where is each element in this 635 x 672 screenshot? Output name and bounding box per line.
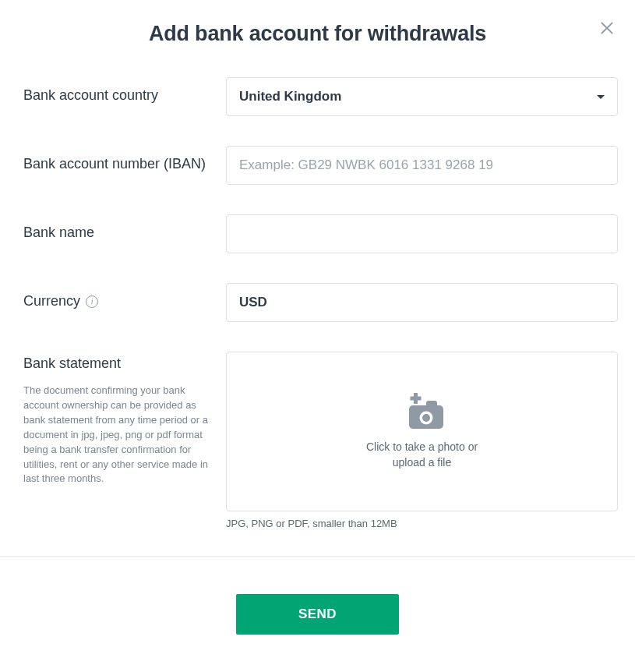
country-value: United Kingdom bbox=[239, 89, 341, 104]
svg-rect-3 bbox=[426, 401, 437, 409]
upload-dropzone[interactable]: Click to take a photo or upload a file bbox=[226, 352, 618, 511]
country-row: Bank account country United Kingdom bbox=[23, 77, 618, 116]
close-button[interactable] bbox=[598, 19, 616, 37]
iban-input[interactable] bbox=[226, 146, 618, 185]
upload-hint: JPG, PNG or PDF, smaller than 12MB bbox=[226, 518, 618, 529]
iban-label: Bank account number (IBAN) bbox=[23, 155, 226, 173]
svg-rect-5 bbox=[410, 396, 421, 400]
currency-label: Currency bbox=[23, 292, 80, 310]
bank-name-label: Bank name bbox=[23, 224, 226, 242]
camera-plus-icon bbox=[403, 393, 442, 426]
svg-point-7 bbox=[422, 414, 430, 422]
modal-footer: SEND bbox=[0, 556, 635, 672]
add-bank-account-modal: Add bank account for withdrawals Bank ac… bbox=[0, 0, 635, 672]
currency-value: USD bbox=[239, 295, 267, 310]
info-icon[interactable]: i bbox=[86, 295, 98, 308]
close-icon bbox=[599, 20, 615, 36]
country-select[interactable]: United Kingdom bbox=[226, 77, 618, 116]
form-body: Bank account country United Kingdom Bank… bbox=[0, 54, 635, 556]
country-label: Bank account country bbox=[23, 87, 226, 104]
currency-row: Currency i USD bbox=[23, 283, 618, 322]
send-button[interactable]: SEND bbox=[236, 594, 399, 635]
iban-row: Bank account number (IBAN) bbox=[23, 146, 618, 185]
currency-label-wrap: Currency i bbox=[23, 292, 98, 310]
upload-text-line1: Click to take a photo or bbox=[366, 440, 478, 455]
upload-text-line2: upload a file bbox=[366, 455, 478, 471]
chevron-down-icon bbox=[597, 95, 605, 99]
bank-name-row: Bank name bbox=[23, 214, 618, 253]
currency-select[interactable]: USD bbox=[226, 283, 618, 322]
modal-header: Add bank account for withdrawals bbox=[0, 0, 635, 54]
statement-row: Bank statement The document confirming y… bbox=[23, 352, 618, 529]
statement-help-text: The document confirming your bank accoun… bbox=[23, 384, 218, 486]
statement-label: Bank statement bbox=[23, 355, 226, 373]
upload-text: Click to take a photo or upload a file bbox=[366, 440, 478, 470]
bank-name-input[interactable] bbox=[226, 214, 618, 253]
modal-title: Add bank account for withdrawals bbox=[23, 22, 612, 46]
